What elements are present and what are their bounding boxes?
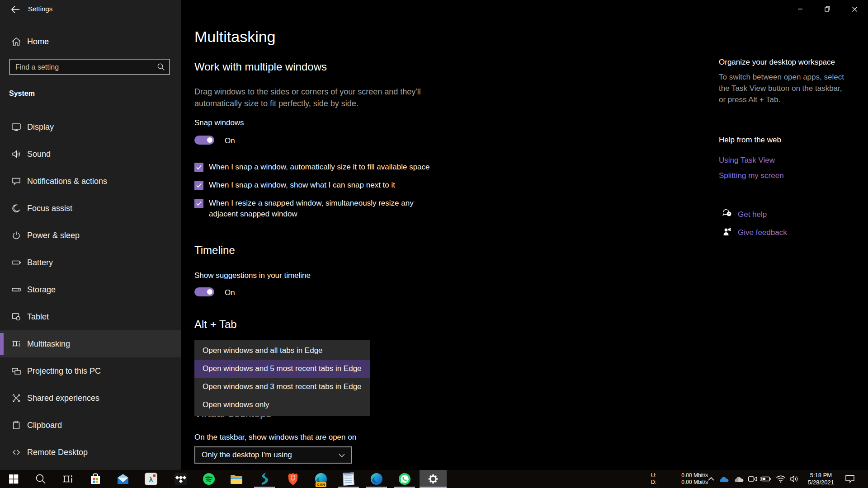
- meet-now-icon[interactable]: [747, 474, 758, 484]
- search-input[interactable]: [14, 60, 152, 75]
- alt-tab-dropdown-list: Open windows and all tabs in Edge Open w…: [194, 340, 370, 416]
- give-feedback-link[interactable]: Give feedback: [738, 228, 787, 237]
- sidebar-item-display[interactable]: Display: [0, 113, 181, 141]
- canary-badge: CAN: [316, 482, 326, 487]
- taskbar-spotify-button[interactable]: [195, 470, 222, 488]
- toggle-knob: [207, 137, 212, 143]
- alt-tab-option-all-tabs[interactable]: Open windows and all tabs in Edge: [194, 342, 370, 360]
- taskbar-whatsapp-button[interactable]: [391, 470, 418, 488]
- sidebar-item-focus-assist[interactable]: Focus assist: [0, 195, 181, 222]
- tray-date: 5/28/2021: [800, 479, 842, 486]
- back-button[interactable]: [6, 3, 24, 16]
- sidebar-item-shared-experiences[interactable]: Shared experiences: [0, 385, 181, 412]
- timeline-toggle-state: On: [225, 288, 235, 297]
- close-icon: [852, 6, 858, 12]
- taskbar-tidal-button[interactable]: [167, 470, 194, 488]
- snap-checkbox-3[interactable]: [194, 199, 203, 208]
- storage-icon: [11, 284, 22, 295]
- download-value: 0.00 Mbit/s: [681, 479, 708, 486]
- battery-tray-icon[interactable]: [760, 474, 771, 484]
- restore-icon: [824, 6, 830, 12]
- back-arrow-icon: [10, 5, 20, 14]
- tidal-icon: [175, 473, 187, 485]
- taskbar-store-button[interactable]: [82, 470, 109, 488]
- taskbar-notepad-button[interactable]: [335, 470, 362, 488]
- alt-tab-option-windows-only[interactable]: Open windows only: [194, 396, 370, 414]
- mail-icon: [116, 473, 130, 485]
- power-icon: [11, 230, 22, 241]
- onedrive-icon[interactable]: [719, 474, 730, 484]
- sidebar-item-tablet[interactable]: Tablet: [0, 303, 181, 330]
- remote-desktop-icon: [11, 447, 22, 458]
- taskbar-start-button[interactable]: [0, 470, 27, 488]
- snap-checkbox-1[interactable]: [194, 163, 203, 172]
- taskbar-file-explorer-button[interactable]: [223, 470, 250, 488]
- focus-assist-icon: [11, 203, 22, 214]
- shared-experiences-icon: [11, 393, 22, 404]
- sidebar-item-power-sleep[interactable]: Power & sleep: [0, 222, 181, 249]
- edge-icon: [370, 473, 383, 485]
- clipboard-icon: [11, 420, 22, 431]
- sidebar-section-title: System: [9, 89, 35, 98]
- checkmark-icon: [195, 200, 203, 207]
- screen: { "titlebar": { "app_title": "Settings" …: [0, 0, 868, 488]
- clock[interactable]: 5:18 PM 5/28/2021: [800, 472, 842, 486]
- home-icon: [11, 36, 22, 47]
- close-button[interactable]: [841, 0, 868, 18]
- volume-icon[interactable]: [789, 474, 800, 484]
- checkmark-icon: [195, 164, 203, 171]
- sidebar-item-notifications[interactable]: Notifications & actions: [0, 168, 181, 195]
- projecting-icon: [11, 366, 22, 376]
- alt-tab-option-3-tabs[interactable]: Open windows and 3 most recent tabs in E…: [194, 378, 370, 396]
- taskbar-edge-canary-button[interactable]: CAN: [307, 470, 335, 488]
- get-help-link[interactable]: Get help: [738, 210, 767, 219]
- action-center-icon[interactable]: [844, 474, 855, 484]
- search-icon[interactable]: [156, 62, 165, 71]
- restore-button[interactable]: [814, 0, 841, 18]
- taskbar-search-button[interactable]: [27, 470, 54, 488]
- svg-text:?: ?: [728, 212, 730, 216]
- section-heading-alt-tab: Alt + Tab: [194, 318, 237, 331]
- taskbar-mail-button[interactable]: [109, 470, 137, 488]
- sidebar-item-multitasking[interactable]: Multitasking: [0, 330, 181, 357]
- sidebar-item-home[interactable]: Home: [0, 28, 181, 55]
- sidebar-item-sound[interactable]: Sound: [0, 141, 181, 168]
- checkmark-icon: [195, 182, 203, 189]
- snap-checkbox-2[interactable]: [194, 181, 203, 190]
- snap-windows-toggle[interactable]: [194, 136, 214, 145]
- minimize-button[interactable]: [787, 0, 814, 18]
- taskbar-brave-button[interactable]: [279, 470, 307, 488]
- link-splitting-screen[interactable]: Splitting my screen: [719, 171, 784, 180]
- taskbar-settings-button[interactable]: [420, 470, 447, 488]
- download-label: D:: [651, 479, 656, 486]
- taskbar-surfshark-button[interactable]: [251, 470, 278, 488]
- snap-checkbox-3-label[interactable]: When I resize a snapped window, simultan…: [209, 198, 421, 220]
- taskbar-miktex-button[interactable]: λ: [137, 470, 165, 488]
- taskbar-task-view-button[interactable]: [54, 470, 81, 488]
- sidebar-item-remote-desktop[interactable]: Remote Desktop: [0, 439, 181, 466]
- wifi-icon[interactable]: [775, 474, 786, 484]
- sidebar-item-clipboard[interactable]: Clipboard: [0, 412, 181, 439]
- alt-tab-option-5-tabs[interactable]: Open windows and 5 most recent tabs in E…: [194, 360, 370, 378]
- tray-time: 5:18 PM: [800, 472, 842, 479]
- onedrive-personal-icon[interactable]: [734, 474, 745, 484]
- network-speed-widget[interactable]: U:0.00 Mbit/s D:0.00 Mbit/s: [651, 472, 708, 486]
- sidebar-item-projecting[interactable]: Projecting to this PC: [0, 357, 181, 385]
- snap-checkbox-1-label[interactable]: When I snap a window, automatically size…: [209, 162, 430, 173]
- snap-checkbox-2-label[interactable]: When I snap a window, show what I can sn…: [209, 180, 395, 191]
- sidebar-item-label: Home: [27, 37, 49, 47]
- spotify-icon: [203, 473, 215, 485]
- sidebar-item-storage[interactable]: Storage: [0, 276, 181, 303]
- toggle-knob: [207, 289, 212, 295]
- taskbar-edge-button[interactable]: [363, 470, 390, 488]
- tray-overflow-chevron[interactable]: [706, 474, 717, 484]
- workspace-body: To switch between open apps, select the …: [719, 71, 849, 105]
- link-using-task-view[interactable]: Using Task View: [719, 156, 775, 165]
- sidebar-item-battery[interactable]: Battery: [0, 249, 181, 276]
- workspace-heading: Organize your desktop workspace: [719, 58, 835, 67]
- notifications-icon: [11, 176, 22, 187]
- battery-icon: [11, 257, 22, 268]
- timeline-suggestions-toggle[interactable]: [194, 287, 214, 296]
- desktop-windows-select[interactable]: Only the desktop I'm using: [194, 446, 352, 464]
- taskbar-windows-label: On the taskbar, show windows that are op…: [194, 433, 356, 442]
